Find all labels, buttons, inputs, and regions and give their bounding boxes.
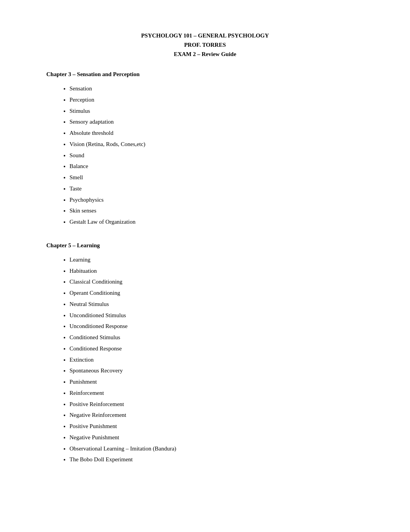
list-item: Perception: [69, 95, 364, 105]
list-item: Negative Reinforcement: [69, 410, 364, 420]
list-item: Learning: [69, 255, 364, 265]
list-item: Stimulus: [69, 106, 364, 116]
list-item: Skin senses: [69, 206, 364, 216]
list-item: Balance: [69, 161, 364, 171]
header-line1: PSYCHOLOGY 101 – GENERAL PSYCHOLOGY: [46, 31, 364, 40]
list-item: The Bobo Doll Experiment: [69, 455, 364, 464]
list-item: Unconditioned Stimulus: [69, 311, 364, 320]
list-item: Gestalt Law of Organization: [69, 217, 364, 227]
list-item: Sensation: [69, 84, 364, 93]
chapter-section-chapter5: Chapter 5 – LearningLearningHabituationC…: [46, 242, 364, 464]
list-item: Negative Punishment: [69, 433, 364, 442]
list-item: Unconditioned Response: [69, 321, 364, 331]
list-item: Sensory adaptation: [69, 117, 364, 127]
list-item: Conditioned Response: [69, 344, 364, 354]
chapter-heading-chapter3: Chapter 3 – Sensation and Perception: [46, 71, 364, 78]
list-item: Vision (Retina, Rods, Cones,etc): [69, 139, 364, 149]
list-item: Spontaneous Recovery: [69, 366, 364, 376]
list-item: Neutral Stimulus: [69, 299, 364, 309]
header-line3: EXAM 2 – Review Guide: [46, 49, 364, 59]
document-header: PSYCHOLOGY 101 – GENERAL PSYCHOLOGY PROF…: [46, 31, 364, 59]
list-item: Conditioned Stimulus: [69, 333, 364, 342]
list-item: Absolute threshold: [69, 128, 364, 138]
list-item: Punishment: [69, 377, 364, 387]
list-item: Habituation: [69, 266, 364, 276]
chapter-section-chapter3: Chapter 3 – Sensation and PerceptionSens…: [46, 71, 364, 227]
chapters-container: Chapter 3 – Sensation and PerceptionSens…: [46, 71, 364, 464]
list-item: Extinction: [69, 355, 364, 365]
list-item: Taste: [69, 184, 364, 194]
list-item: Classical Conditioning: [69, 277, 364, 287]
list-item: Observational Learning – Imitation (Band…: [69, 444, 364, 454]
header-title: PSYCHOLOGY 101 – GENERAL PSYCHOLOGY PROF…: [46, 31, 364, 59]
list-item: Positive Punishment: [69, 422, 364, 431]
chapter-list-chapter3: SensationPerceptionStimulusSensory adapt…: [46, 84, 364, 227]
page-container: PSYCHOLOGY 101 – GENERAL PSYCHOLOGY PROF…: [46, 31, 364, 464]
list-item: Sound: [69, 151, 364, 160]
chapter-heading-chapter5: Chapter 5 – Learning: [46, 242, 364, 249]
list-item: Reinforcement: [69, 388, 364, 398]
header-line2: PROF. TORRES: [46, 40, 364, 49]
chapter-list-chapter5: LearningHabituationClassical Conditionin…: [46, 255, 364, 464]
list-item: Smell: [69, 173, 364, 182]
list-item: Positive Reinforcement: [69, 399, 364, 409]
list-item: Psychophysics: [69, 195, 364, 205]
list-item: Operant Conditioning: [69, 288, 364, 298]
